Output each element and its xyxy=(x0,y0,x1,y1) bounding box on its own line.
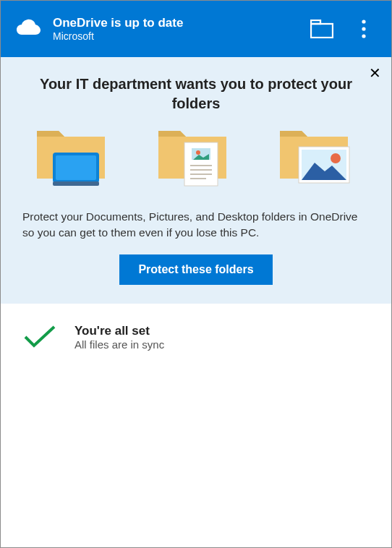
sync-status-row: You're all set All files are in sync xyxy=(1,304,391,373)
panel-description: Protect your Documents, Pictures, and De… xyxy=(22,209,370,241)
desktop-folder-illustration xyxy=(31,127,118,193)
vertical-dots-icon xyxy=(362,20,366,38)
onedrive-cloud-icon xyxy=(15,18,43,40)
more-options-button[interactable] xyxy=(346,12,381,46)
header-actions xyxy=(304,12,381,46)
open-folder-button[interactable] xyxy=(304,12,339,46)
svg-rect-1 xyxy=(311,20,320,24)
header-subtitle: Microsoft xyxy=(53,30,304,42)
sync-status-subtitle: All files are in sync xyxy=(74,338,164,351)
panel-title: Your IT department wants you to protect … xyxy=(38,74,354,114)
svg-point-10 xyxy=(196,150,200,155)
app-header: OneDrive is up to date Microsoft xyxy=(1,1,391,57)
svg-point-17 xyxy=(331,153,341,163)
header-text-block: OneDrive is up to date Microsoft xyxy=(53,16,304,42)
svg-point-2 xyxy=(362,20,365,23)
close-icon: ✕ xyxy=(369,65,381,81)
svg-rect-6 xyxy=(56,155,96,180)
sync-status-title: You're all set xyxy=(74,324,164,338)
documents-folder-illustration xyxy=(153,127,239,193)
protect-folders-button[interactable]: Protect these folders xyxy=(119,254,272,285)
sync-status-text: You're all set All files are in sync xyxy=(74,324,164,351)
folder-outline-icon xyxy=(310,20,333,38)
svg-point-4 xyxy=(362,34,365,38)
svg-rect-7 xyxy=(53,181,99,186)
svg-point-3 xyxy=(362,27,365,30)
close-panel-button[interactable]: ✕ xyxy=(366,63,384,83)
checkmark-icon xyxy=(22,324,57,353)
svg-rect-0 xyxy=(311,24,333,38)
protect-folders-panel: ✕ Your IT department wants you to protec… xyxy=(1,57,391,304)
header-title: OneDrive is up to date xyxy=(53,16,304,30)
pictures-folder-illustration xyxy=(274,127,361,193)
folder-illustrations xyxy=(17,127,375,193)
